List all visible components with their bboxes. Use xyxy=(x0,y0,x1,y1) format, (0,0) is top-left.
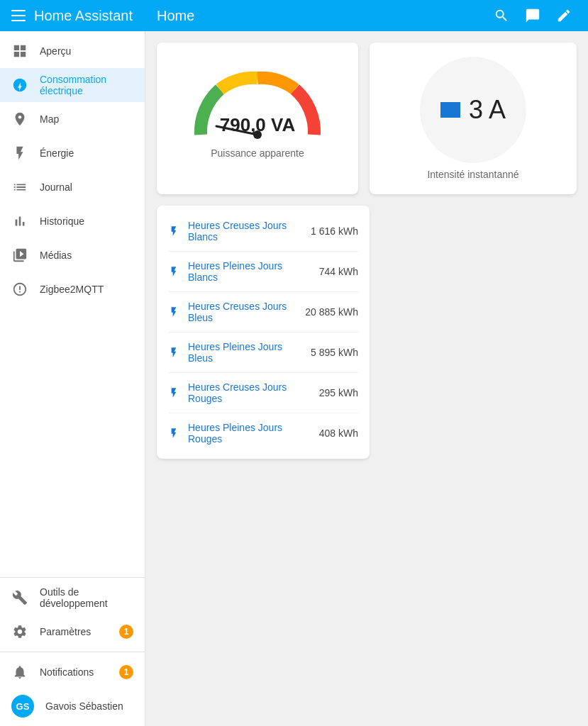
lightning-icon xyxy=(11,145,28,162)
layout: Aperçu Consommation électrique Map xyxy=(0,31,588,726)
page-title: Home xyxy=(157,8,194,24)
sidebar-item-map[interactable]: Map xyxy=(0,102,145,136)
parametres-badge: 1 xyxy=(119,625,133,639)
sidebar: Aperçu Consommation électrique Map xyxy=(0,31,145,726)
app-title: Home Assistant xyxy=(34,8,133,24)
list-item: Heures Pleines Jours Rouges 408 kWh xyxy=(168,413,358,453)
list-item-name: Heures Pleines Jours Bleus xyxy=(188,341,302,364)
sidebar-label-journal: Journal xyxy=(40,182,133,193)
sidebar-item-apercu[interactable]: Aperçu xyxy=(0,34,145,68)
list-item-name: Heures Pleines Jours Rouges xyxy=(188,422,311,445)
chat-icon[interactable] xyxy=(520,3,545,28)
main-content: 790,0 VA Puissance apparente 3 A Intensi… xyxy=(145,31,588,726)
sidebar-item-parametres[interactable]: Paramètres 1 xyxy=(0,615,145,649)
list-item-value: 295 kWh xyxy=(319,387,358,398)
sidebar-item-zigbee2mqtt[interactable]: Zigbee2MQTT xyxy=(0,272,145,306)
sidebar-label-map: Map xyxy=(40,113,133,125)
sidebar-label-historique: Historique xyxy=(40,216,133,227)
bolt-icon xyxy=(168,306,179,318)
bolt-circle-icon xyxy=(11,77,28,94)
list-item: Heures Creuses Jours Rouges 295 kWh xyxy=(168,373,358,413)
sidebar-item-energie[interactable]: Énergie xyxy=(0,136,145,170)
bolt-icon xyxy=(168,386,179,399)
sidebar-label-user: Gavois Sébastien xyxy=(45,700,133,712)
sidebar-item-journal[interactable]: Journal xyxy=(0,170,145,204)
wrench-icon xyxy=(11,589,28,606)
notifications-badge: 1 xyxy=(119,665,133,679)
page-title-section: Home xyxy=(145,0,477,31)
bar-chart-icon xyxy=(11,213,28,230)
gauge-value: 790,0 VA xyxy=(220,114,295,136)
list-item-name: Heures Creuses Jours Blancs xyxy=(188,220,302,242)
intensity-value: 3 A xyxy=(469,95,506,125)
intensity-circle: 3 A xyxy=(420,57,526,163)
list-item-value: 744 kWh xyxy=(319,266,358,277)
list-icon xyxy=(11,179,28,196)
avatar: GS xyxy=(11,695,34,717)
grid-icon xyxy=(11,43,28,60)
bolt-icon xyxy=(168,225,179,238)
sidebar-label-zigbee2mqtt: Zigbee2MQTT xyxy=(40,284,133,295)
list-item: Heures Creuses Jours Blancs 1 616 kWh xyxy=(168,211,358,252)
sidebar-item-user[interactable]: GS Gavois Sébastien xyxy=(0,689,145,723)
svg-rect-1 xyxy=(11,15,26,16)
gauge-card: 790,0 VA Puissance apparente xyxy=(157,43,358,194)
intensity-icon xyxy=(440,102,460,118)
bolt-icon xyxy=(168,346,179,359)
sidebar-item-medias[interactable]: Médias xyxy=(0,238,145,272)
play-icon xyxy=(11,247,28,264)
top-cards-row: 790,0 VA Puissance apparente 3 A Intensi… xyxy=(157,43,577,194)
sidebar-label-parametres: Paramètres xyxy=(40,626,108,637)
topbar: Home Assistant Home xyxy=(0,0,588,31)
hamburger-icon[interactable] xyxy=(11,10,26,21)
list-item-name: Heures Creuses Jours Bleus xyxy=(188,301,296,323)
sidebar-item-outils[interactable]: Outils de développement xyxy=(0,581,145,615)
app-title-area: Home Assistant xyxy=(0,0,145,31)
sidebar-label-notifications: Notifications xyxy=(40,666,108,678)
list-item-name: Heures Creuses Jours Rouges xyxy=(188,381,311,404)
svg-rect-2 xyxy=(11,20,26,21)
list-item: Heures Pleines Jours Bleus 5 895 kWh xyxy=(168,333,358,373)
zigbee-icon xyxy=(11,281,28,298)
list-item: Heures Creuses Jours Bleus 20 885 kWh xyxy=(168,292,358,333)
sidebar-label-outils: Outils de développement xyxy=(40,586,133,609)
intensity-label: Intensité instantanné xyxy=(427,169,518,180)
sidebar-nav: Aperçu Consommation électrique Map xyxy=(0,31,145,577)
sidebar-label-medias: Médias xyxy=(40,250,133,261)
search-icon[interactable] xyxy=(489,3,514,28)
edit-icon[interactable] xyxy=(551,3,577,28)
intensity-display: 3 A xyxy=(440,95,506,125)
sidebar-label-energie: Énergie xyxy=(40,147,133,159)
intensity-card: 3 A Intensité instantanné xyxy=(370,43,577,194)
list-item-value: 5 895 kWh xyxy=(311,347,358,358)
person-pin-icon xyxy=(11,111,28,128)
sidebar-item-historique[interactable]: Historique xyxy=(0,204,145,238)
gear-icon xyxy=(11,623,28,640)
list-item-value: 1 616 kWh xyxy=(311,225,358,237)
sidebar-item-notifications[interactable]: Notifications 1 xyxy=(0,655,145,689)
gauge-container: 790,0 VA xyxy=(179,57,335,142)
sidebar-label-apercu: Aperçu xyxy=(40,45,133,57)
gauge-label: Puissance apparente xyxy=(211,147,304,159)
topbar-actions xyxy=(477,3,588,28)
list-item-value: 408 kWh xyxy=(319,428,358,439)
list-item: Heures Pleines Jours Blancs 744 kWh xyxy=(168,252,358,292)
sidebar-bottom: Outils de développement Paramètres 1 xyxy=(0,577,145,726)
bolt-icon xyxy=(168,427,179,440)
list-item-value: 20 885 kWh xyxy=(305,306,358,318)
bolt-icon xyxy=(168,265,179,278)
list-card: Heures Creuses Jours Blancs 1 616 kWh He… xyxy=(157,206,370,459)
sidebar-label-consommation: Consommation électrique xyxy=(40,74,133,96)
bell-icon xyxy=(11,664,28,681)
list-item-name: Heures Pleines Jours Blancs xyxy=(188,260,311,283)
sidebar-item-consommation[interactable]: Consommation électrique xyxy=(0,68,145,102)
svg-rect-0 xyxy=(11,10,26,11)
